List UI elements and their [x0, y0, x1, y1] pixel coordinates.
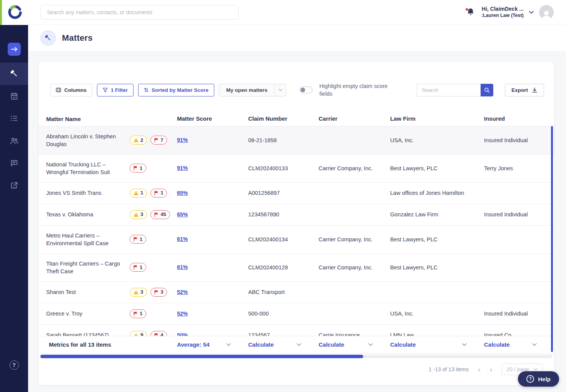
table-row[interactable]: Sarah Bennett (1234567) 9 4 50% 1234567 …: [38, 325, 554, 336]
matter-score-link[interactable]: 65%: [177, 190, 188, 196]
matter-score-link[interactable]: 50%: [177, 332, 188, 336]
filter-icon: [103, 88, 108, 93]
badges-cell: 3 45: [130, 210, 177, 219]
matters-page-icon: [40, 30, 56, 46]
metric-carrier[interactable]: Calculate: [319, 341, 390, 348]
flag-icon: [134, 265, 138, 270]
table-header-row: Matter Name Matter Score Claim Number Ca…: [38, 112, 554, 126]
vertical-scrollbar[interactable]: [551, 126, 553, 352]
top-bar: Hi, ClaimDeck ... :Lauren Law (Test): [0, 0, 566, 25]
table-row[interactable]: Sharon Test 3 3 52% ABC Transport: [38, 282, 554, 303]
matters-card: Columns 1 Filter Sorted by Matter Score: [38, 61, 554, 385]
matter-score-link[interactable]: 61%: [177, 236, 188, 242]
law-firm: Gonzalez Law Firm: [390, 211, 484, 218]
sidebar-expand-button[interactable]: [8, 43, 21, 56]
col-header-matter-name[interactable]: Matter Name: [38, 116, 177, 122]
warning-icon: [134, 213, 139, 217]
horizontal-scrollbar[interactable]: [40, 355, 553, 358]
sidebar-item-calendar[interactable]: [0, 85, 28, 107]
matter-score-link[interactable]: 91%: [177, 165, 188, 171]
flag-badge: 1: [130, 309, 146, 318]
col-header-claim-number[interactable]: Claim Number: [248, 115, 319, 123]
table-row[interactable]: Jones VS Smith Trans 1 1 65% A001256897 …: [38, 183, 554, 204]
carrier: Carrier Company, Inc.: [319, 264, 390, 271]
sidebar-item-messages[interactable]: [0, 152, 28, 174]
sort-label: Sorted by Matter Score: [152, 87, 209, 93]
table-search: [417, 84, 493, 96]
law-firm: Best Lawyers, PLC: [390, 236, 484, 243]
horizontal-scrollbar-thumb[interactable]: [40, 355, 363, 358]
app-logo[interactable]: [0, 0, 28, 25]
highlight-toggle-label: Highlight empty claim score fields: [319, 82, 400, 98]
matter-name: Jones VS Smith Trans: [38, 189, 130, 197]
insured: Insured Co: [484, 331, 554, 336]
table-row[interactable]: Titan Freight Carriers – Cargo Theft Cas…: [38, 254, 554, 282]
sidebar-item-tasks[interactable]: [0, 107, 28, 130]
matter-score-link[interactable]: 61%: [177, 264, 188, 270]
table-row[interactable]: Metro Haul Carriers – Environmental Spil…: [38, 226, 554, 254]
table-search-button[interactable]: [481, 84, 493, 96]
law-firm: Best Lawyers, PLC: [390, 264, 484, 271]
flag-icon: [134, 311, 138, 316]
warning-badge: 3: [130, 288, 147, 297]
notification-dot: [466, 8, 468, 11]
table-row[interactable]: Texas v. Oklahoma 3 45 65% 1234567890 Go…: [38, 204, 554, 226]
col-header-insured[interactable]: Insured: [484, 115, 554, 123]
law-firm: Best Lawyers, PLC: [390, 164, 484, 172]
insured: Insured Individual: [484, 310, 554, 317]
people-icon: [10, 136, 18, 145]
columns-label: Columns: [64, 87, 87, 93]
matters-view-select[interactable]: My open matters: [219, 84, 286, 96]
warning-badge: 9: [130, 331, 147, 336]
sidebar-item-contacts[interactable]: [0, 130, 28, 152]
matter-name: Sharon Test: [38, 288, 130, 296]
col-header-law-firm[interactable]: Law Firm: [390, 115, 484, 123]
sidebar-help-icon[interactable]: ?: [10, 360, 19, 370]
page-header: Matters: [28, 25, 566, 51]
table-search-input[interactable]: [417, 84, 481, 96]
badges-cell: 1: [130, 164, 177, 173]
col-header-matter-score[interactable]: Matter Score: [177, 115, 248, 123]
claim-number: 08-21-1858: [248, 136, 319, 144]
law-firm: Law offices of Jones Hamilton: [390, 189, 484, 197]
greeting-name: Hi, ClaimDeck ...: [481, 6, 524, 13]
avatar[interactable]: [539, 5, 554, 20]
greeting-firm: :Lauren Law (Test): [481, 13, 524, 19]
checklist-icon: [10, 114, 18, 123]
table-row[interactable]: Greece v. Troy 1 52% 500-000 USA, Inc. I…: [38, 303, 554, 325]
question-icon: ?: [526, 375, 534, 383]
notifications-button[interactable]: [466, 7, 476, 17]
warning-icon: [134, 290, 139, 294]
matter-score-link[interactable]: 52%: [177, 289, 188, 295]
filter-button[interactable]: 1 Filter: [97, 84, 134, 96]
flag-icon: [134, 237, 138, 242]
columns-button[interactable]: Columns: [50, 84, 92, 96]
carrier: Carrier Company, Inc.: [319, 236, 390, 243]
claim-number: A001256897: [248, 189, 319, 197]
sidebar-item-matters[interactable]: [0, 63, 28, 85]
global-search-input[interactable]: [40, 5, 239, 20]
warning-badge: 3: [130, 210, 147, 219]
matter-score-link[interactable]: 65%: [177, 211, 188, 218]
metric-insured[interactable]: Calculate: [484, 341, 554, 348]
col-header-carrier[interactable]: Carrier: [319, 115, 390, 123]
help-button[interactable]: ? Help: [518, 371, 559, 387]
highlight-empty-toggle[interactable]: [299, 86, 312, 93]
matter-score-link[interactable]: 52%: [177, 311, 188, 317]
claim-number: 1234567: [248, 331, 319, 336]
table-row[interactable]: National Trucking LLC – Wrongful Termina…: [38, 154, 554, 183]
sidebar-item-share[interactable]: [0, 174, 28, 196]
chevron-down-icon: [274, 84, 286, 96]
sort-button[interactable]: Sorted by Matter Score: [138, 84, 214, 96]
metric-law-firm[interactable]: Calculate: [390, 341, 484, 348]
previous-page-button[interactable]: ‹: [478, 365, 481, 373]
metric-score[interactable]: Average: 54: [177, 341, 248, 348]
claim-number: 500-000: [248, 310, 319, 317]
matter-score-link[interactable]: 91%: [177, 137, 188, 143]
export-button[interactable]: Export: [505, 84, 544, 96]
metric-claim[interactable]: Calculate: [248, 341, 319, 348]
next-page-button[interactable]: ›: [490, 365, 493, 373]
chevron-down-icon[interactable]: [529, 11, 534, 14]
flag-badge: 1: [130, 263, 146, 272]
table-row[interactable]: Abraham Lincoln v. Stephen Douglas 2 7 9…: [38, 126, 554, 154]
